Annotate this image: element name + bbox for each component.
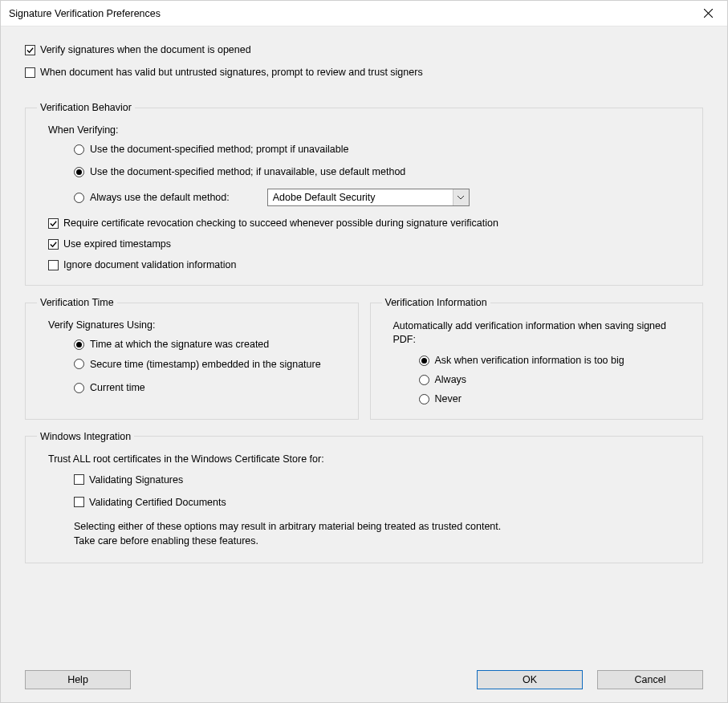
revocation-check-label: Require certificate revocation checking …	[63, 217, 498, 229]
time-secure-label: Secure time (timestamp) embedded in the …	[90, 358, 321, 371]
dialog-footer: Help OK Cancel	[25, 662, 703, 689]
expired-timestamps-checkbox[interactable]	[48, 239, 59, 250]
time-created-radio[interactable]	[74, 339, 84, 350]
validating-signatures-label: Validating Signatures	[89, 474, 183, 486]
method-prompt-radio[interactable]	[74, 144, 84, 155]
help-button[interactable]: Help	[25, 670, 131, 689]
method-always-default-label: Always use the default method:	[90, 192, 230, 203]
info-always-label: Always	[435, 374, 467, 385]
expired-timestamps-label: Use expired timestamps	[63, 238, 171, 250]
windows-integration-note: Selecting either of these options may re…	[74, 519, 691, 548]
dialog-title: Signature Verification Preferences	[9, 8, 161, 19]
chevron-down-icon	[453, 189, 469, 205]
close-icon	[704, 9, 713, 18]
ignore-validation-label: Ignore document validation information	[63, 259, 236, 270]
windows-integration-group: Windows Integration Trust ALL root certi…	[25, 431, 703, 563]
verify-on-open-label: Verify signatures when the document is o…	[40, 44, 251, 55]
ok-button[interactable]: OK	[477, 670, 583, 689]
method-default-fallback-label: Use the document-specified method; if un…	[90, 166, 405, 177]
verification-information-group: Verification Information Automatically a…	[370, 297, 704, 420]
dialog-content: Verify signatures when the document is o…	[1, 26, 727, 702]
validating-signatures-checkbox[interactable]	[74, 474, 84, 485]
revocation-check-checkbox[interactable]	[48, 218, 59, 229]
method-default-fallback-radio[interactable]	[74, 167, 84, 177]
info-ask-label: Ask when verification information is too…	[435, 355, 624, 366]
validating-certified-label: Validating Certified Documents	[89, 497, 226, 508]
verify-using-label: Verify Signatures Using:	[48, 319, 347, 331]
cancel-button[interactable]: Cancel	[597, 670, 703, 689]
when-verifying-label: When Verifying:	[48, 124, 691, 136]
validating-certified-checkbox[interactable]	[74, 497, 84, 507]
default-method-value: Adobe Default Security	[273, 192, 376, 203]
verification-behavior-group: Verification Behavior When Verifying: Us…	[25, 102, 703, 286]
ignore-validation-checkbox[interactable]	[48, 260, 59, 270]
method-prompt-label: Use the document-specified method; promp…	[90, 144, 348, 155]
time-current-radio[interactable]	[74, 383, 84, 393]
close-button[interactable]	[692, 2, 724, 25]
prompt-untrusted-label: When document has valid but untrusted si…	[40, 67, 423, 78]
verification-time-group: Verification Time Verify Signatures Usin…	[25, 297, 359, 420]
auto-add-info-label: Automatically add verification informati…	[393, 319, 689, 347]
info-never-label: Never	[435, 393, 462, 404]
info-never-radio[interactable]	[419, 394, 429, 404]
method-always-default-radio[interactable]	[74, 193, 84, 203]
verification-time-legend: Verification Time	[37, 297, 117, 308]
time-created-label: Time at which the signature was created	[90, 339, 269, 350]
time-secure-radio[interactable]	[74, 359, 84, 369]
time-current-label: Current time	[90, 382, 145, 393]
verify-on-open-checkbox[interactable]	[25, 45, 35, 55]
verification-behavior-legend: Verification Behavior	[37, 102, 135, 113]
windows-integration-legend: Windows Integration	[37, 431, 134, 442]
info-ask-radio[interactable]	[419, 356, 429, 366]
prompt-untrusted-checkbox[interactable]	[25, 67, 35, 78]
trust-root-label: Trust ALL root certificates in the Windo…	[48, 453, 691, 465]
info-always-radio[interactable]	[419, 375, 429, 385]
titlebar: Signature Verification Preferences	[1, 1, 727, 26]
verification-information-legend: Verification Information	[382, 297, 490, 308]
default-method-select[interactable]: Adobe Default Security	[267, 189, 470, 206]
dialog-window: Signature Verification Preferences Verif…	[0, 0, 728, 703]
